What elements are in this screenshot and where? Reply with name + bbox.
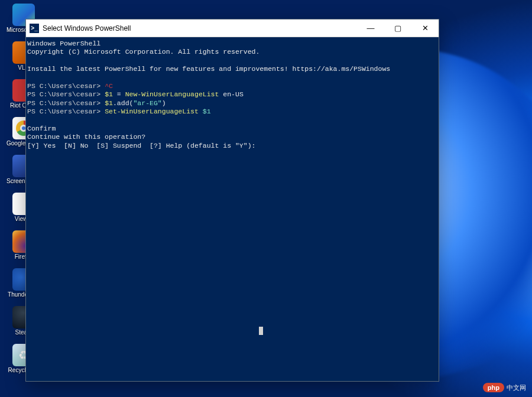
cmd-var: $1 xyxy=(105,99,113,107)
window-buttons: — ▢ ✕ xyxy=(357,19,439,37)
terminal-line: Copyright (C) Microsoft Corporation. All… xyxy=(27,48,437,56)
prompt-text: PS C:\Users\cesar> xyxy=(27,99,105,107)
watermark-suffix: 中文网 xyxy=(507,383,526,392)
cmd-arg: en-US xyxy=(219,90,243,98)
terminal-line: PS C:\Users\cesar> ^C xyxy=(27,82,437,90)
terminal-confirm: [Y] Yes [N] No [S] Suspend [?] Help (def… xyxy=(27,142,437,150)
cmd-var: $1 xyxy=(105,90,113,98)
prompt-text: PS C:\Users\cesar> xyxy=(27,108,105,115)
cmd-eq: = xyxy=(113,90,125,98)
cmd-close: ) xyxy=(162,99,166,107)
terminal-cursor xyxy=(259,327,263,335)
cmd-name: Set-WinUserLanguageList xyxy=(105,108,199,115)
ctrl-c: ^C xyxy=(105,82,113,90)
terminal-confirm: Confirm xyxy=(27,125,437,133)
watermark-brand: php xyxy=(483,383,504,392)
terminal-blank xyxy=(27,74,437,82)
terminal-blank xyxy=(27,116,437,124)
cmd-name: New-WinUserLanguageList xyxy=(125,90,219,98)
prompt-text: PS C:\Users\cesar> xyxy=(27,82,105,90)
terminal-line: PS C:\Users\cesar> $1.add("ar-EG") xyxy=(27,99,437,108)
window-title: Select Windows PowerShell xyxy=(43,24,357,32)
cmd-string: "ar-EG" xyxy=(133,99,161,107)
terminal-confirm: Continue with this operation? xyxy=(27,133,437,141)
terminal-line: Windows PowerShell xyxy=(27,40,437,48)
terminal-line: PS C:\Users\cesar> $1 = New-WinUserLangu… xyxy=(27,90,437,99)
watermark: php 中文网 xyxy=(483,383,526,392)
terminal-body[interactable]: Windows PowerShell Copyright (C) Microso… xyxy=(26,37,439,381)
cmd-method: .add( xyxy=(113,99,134,107)
close-button[interactable]: ✕ xyxy=(411,19,439,37)
maximize-button[interactable]: ▢ xyxy=(384,19,411,37)
cmd-arg: $1 xyxy=(199,108,211,115)
terminal-line: Install the latest PowerShell for new fe… xyxy=(27,65,437,73)
minimize-button[interactable]: — xyxy=(357,19,384,37)
powershell-window: >_ Select Windows PowerShell — ▢ ✕ Windo… xyxy=(25,19,439,382)
terminal-blank xyxy=(27,57,437,65)
powershell-icon: >_ xyxy=(30,24,39,33)
prompt-text: PS C:\Users\cesar> xyxy=(27,90,105,98)
window-titlebar[interactable]: >_ Select Windows PowerShell — ▢ ✕ xyxy=(26,19,439,37)
terminal-line: PS C:\Users\cesar> Set-WinUserLanguageLi… xyxy=(27,108,437,116)
